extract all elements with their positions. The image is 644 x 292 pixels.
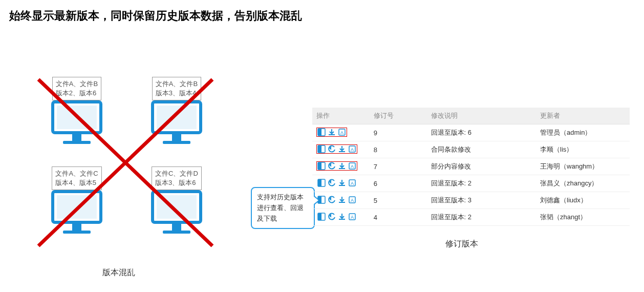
properties-icon[interactable]: A [348,162,356,170]
view-icon[interactable] [317,196,326,204]
view-icon[interactable] [317,179,326,187]
cell-updater: 张韬（zhangt） [536,209,630,226]
cell-desc: 回退至版本: 2 [427,175,536,192]
station-label: 文件A、文件B 版本3、版本4 [152,77,201,100]
table-row: A4回退至版本: 2张韬（zhangt） [312,209,630,226]
svg-rect-1 [57,106,97,129]
row-ops: A [316,161,357,171]
table-row: A7部分内容修改王海明（wanghm） [312,158,630,175]
cell-updater: 李顺（lis） [536,141,630,158]
chaos-caption: 版本混乱 [102,267,135,278]
svg-text:A: A [351,198,354,203]
table-header-row: 操作 修订号 修改说明 更新者 [312,108,630,124]
cell-desc: 回退至版本: 3 [427,192,536,209]
properties-icon[interactable]: A [348,196,356,204]
page-headline: 始终显示最新版本，同时保留历史版本数据，告别版本混乱 [9,8,302,24]
svg-text:A: A [351,164,354,169]
download-icon[interactable] [328,128,336,136]
svg-rect-19 [318,129,321,136]
station-line1: 文件A、文件C [55,170,98,177]
svg-rect-20 [329,134,335,135]
col-header-ops: 操作 [312,108,370,124]
view-icon[interactable] [317,162,326,170]
station-line2: 版本4、版本5 [55,179,96,186]
svg-rect-35 [339,185,345,186]
cell-rev: 4 [370,209,427,226]
version-caption: 修订版本 [445,239,478,249]
revert-icon[interactable] [328,162,336,170]
col-header-desc: 修改说明 [427,108,536,124]
revert-icon[interactable] [328,196,336,204]
row-ops: A [316,178,357,187]
monitor-icon [36,99,118,150]
table-row: A9回退至版本: 6管理员（admin） [312,124,630,141]
svg-rect-7 [163,141,190,144]
svg-rect-11 [63,231,91,234]
svg-rect-30 [339,168,345,169]
station-1: 文件A、文件B 版本2、版本6 [36,77,118,150]
station-2: 文件A、文件B 版本3、版本4 [136,77,218,150]
download-icon[interactable] [338,196,346,204]
station-line2: 版本2、版本6 [56,89,96,97]
svg-rect-39 [318,196,321,203]
station-line1: 文件A、文件B [156,80,198,88]
table-row: A5回退至版本: 3刘德鑫（liudx） [312,192,630,209]
version-table: 操作 修订号 修改说明 更新者 A9回退至版本: 6管理员（admin）A8合同… [312,108,630,226]
download-icon[interactable] [338,162,346,170]
row-ops: A [316,128,347,137]
cell-desc: 部分内容修改 [427,158,536,175]
station-line2: 版本3、版本6 [155,179,196,186]
cell-updater: 刘德鑫（liudx） [536,192,630,209]
svg-rect-6 [172,133,181,141]
cell-desc: 回退至版本: 2 [427,209,536,226]
revert-icon[interactable] [328,145,336,153]
station-line1: 文件C、文件D [155,170,198,177]
svg-rect-15 [163,231,190,234]
col-header-updater: 更新者 [536,108,630,124]
download-icon[interactable] [338,179,346,187]
properties-icon[interactable]: A [348,213,356,221]
svg-rect-40 [339,202,345,203]
view-icon[interactable] [317,145,326,153]
svg-rect-2 [72,133,81,141]
svg-rect-29 [318,162,321,170]
station-label: 文件A、文件B 版本2、版本6 [52,77,101,100]
svg-text:A: A [340,130,344,135]
svg-rect-14 [172,222,181,231]
cell-updater: 管理员（admin） [536,124,630,141]
col-header-rev: 修订号 [370,108,427,124]
svg-rect-5 [157,106,197,129]
row-ops: A [316,195,357,204]
station-label: 文件C、文件D 版本3、版本6 [152,166,202,190]
svg-rect-24 [318,145,321,153]
station-4: 文件C、文件D 版本3、版本6 [136,166,218,240]
revert-icon[interactable] [328,213,336,221]
version-chaos-panel: 文件A、文件B 版本2、版本6 文件A、文件B 版本3、版本4 [36,77,220,261]
svg-rect-34 [318,179,321,186]
properties-icon[interactable]: A [348,179,356,187]
svg-rect-25 [339,151,345,152]
station-label: 文件A、文件C 版本4、版本5 [52,166,101,190]
callout-tip: 支持对历史版本进行查看、回退及下载 [251,187,315,229]
properties-icon[interactable]: A [338,128,346,136]
view-icon[interactable] [317,213,326,221]
svg-text:A: A [351,147,354,152]
row-ops: A [316,212,357,221]
cell-desc: 回退至版本: 6 [427,124,536,141]
view-icon[interactable] [317,128,326,136]
svg-rect-10 [72,222,81,231]
cell-updater: 王海明（wanghm） [536,158,630,175]
cell-rev: 6 [370,175,427,192]
svg-rect-3 [63,141,91,144]
station-line2: 版本3、版本4 [156,89,196,97]
svg-rect-9 [57,195,97,219]
download-icon[interactable] [338,145,346,153]
row-ops: A [316,144,357,154]
download-icon[interactable] [338,213,346,221]
svg-rect-13 [157,195,197,219]
version-table-panel: 操作 修订号 修改说明 更新者 A9回退至版本: 6管理员（admin）A8合同… [312,108,630,226]
revert-icon[interactable] [328,179,336,187]
table-row: A8合同条款修改李顺（lis） [312,141,630,158]
monitor-icon [136,189,218,240]
properties-icon[interactable]: A [348,145,356,153]
